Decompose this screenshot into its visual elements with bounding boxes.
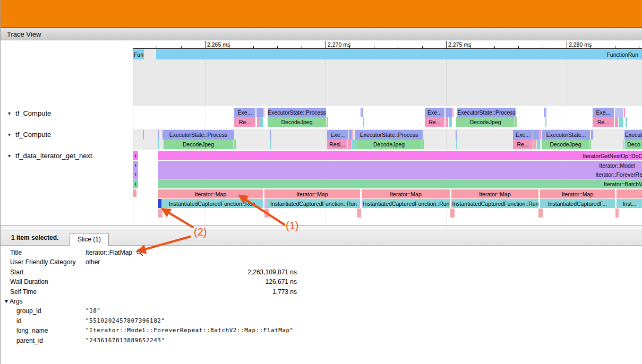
trace-slice[interactable]: Deco <box>625 140 642 149</box>
trace-slice[interactable]: InstantiatedCapturedFunction::Run <box>161 199 263 208</box>
trace-slice[interactable]: Re... <box>593 117 614 127</box>
trace-slice[interactable]: InstantiatedCapturedFunction::Run <box>452 199 538 208</box>
trace-slice[interactable] <box>270 130 271 140</box>
trace-slice[interactable]: DecodeJpeg <box>356 140 422 149</box>
trace-slice[interactable] <box>591 130 593 140</box>
trace-slice[interactable]: I <box>133 161 138 170</box>
trace-slice[interactable] <box>537 140 540 149</box>
trace-slice[interactable]: Iterator::Model <box>158 161 642 170</box>
trace-slice[interactable] <box>158 140 159 149</box>
track-group-header[interactable]: ▾tf_Compute <box>8 129 51 139</box>
collapse-triangle-icon[interactable]: ▾ <box>8 132 11 137</box>
trace-slice[interactable]: Iterator::Map <box>540 189 615 198</box>
trace-slice[interactable]: ExecutorState::Process <box>457 108 516 117</box>
trace-slice[interactable] <box>143 130 144 140</box>
trace-slice[interactable] <box>615 108 623 117</box>
trace-slice[interactable]: Exe... <box>593 108 614 117</box>
trace-slice[interactable]: I <box>133 151 138 160</box>
trace-slice[interactable] <box>257 117 260 127</box>
trace-slice[interactable]: Re... <box>234 117 255 127</box>
trace-slice[interactable] <box>533 140 536 149</box>
trace-slice[interactable] <box>327 117 328 127</box>
trace-slice[interactable] <box>362 108 363 117</box>
trace-slice[interactable] <box>256 108 263 117</box>
trace-slice[interactable] <box>234 140 236 149</box>
trace-slice[interactable] <box>623 140 624 149</box>
tab-slice[interactable]: Slice (1) <box>70 233 109 246</box>
trace-slice[interactable]: Inst... <box>617 199 642 208</box>
trace-slice[interactable] <box>615 209 619 218</box>
trace-slice[interactable] <box>263 108 264 117</box>
trace-slice[interactable] <box>626 117 627 127</box>
trace-slice[interactable]: ExecutorState::Process <box>162 130 234 140</box>
trace-slice[interactable]: ExecutorState... <box>542 130 590 140</box>
trace-slice[interactable] <box>615 117 618 127</box>
trace-slice[interactable] <box>538 209 543 218</box>
trace-slice[interactable]: Iterator::Map <box>158 189 263 198</box>
track-group-header[interactable]: ▾tf_Compute <box>8 108 51 118</box>
magnifier-icon[interactable] <box>136 249 143 256</box>
trace-slice[interactable] <box>422 140 424 149</box>
trace-slice[interactable] <box>270 140 271 149</box>
trace-slice[interactable] <box>348 140 352 149</box>
trace-slice[interactable]: IteratorGetNextOp::DoC <box>158 151 642 160</box>
trace-slice[interactable]: Exe... <box>234 108 255 117</box>
trace-slice[interactable] <box>352 140 356 149</box>
trace-slice[interactable]: Iterator::Map <box>362 189 450 198</box>
trace-slice[interactable] <box>450 209 455 218</box>
trace-slice[interactable]: FunctionRun <box>156 49 642 59</box>
trace-slice[interactable] <box>589 140 591 149</box>
collapse-triangle-icon[interactable]: ▾ <box>8 153 11 159</box>
trace-slice[interactable] <box>260 117 263 127</box>
trace-slice[interactable] <box>446 117 448 127</box>
args-section-header[interactable]: ▼Args <box>1 297 372 306</box>
trace-slice[interactable] <box>452 108 453 117</box>
trace-slice[interactable]: ExecutorState::Process <box>268 108 326 117</box>
trace-slice[interactable]: InstantiatedCapturedFunction::Run <box>267 199 360 208</box>
trace-slice[interactable] <box>361 108 362 117</box>
trace-slice[interactable] <box>357 209 361 218</box>
trace-slice[interactable]: Exe... <box>327 130 348 140</box>
trace-slice[interactable]: Execut <box>624 130 642 140</box>
trace-slice[interactable]: Iterator::ForeverRe <box>158 170 642 179</box>
trace-slice[interactable]: Iterator::Map <box>264 189 360 198</box>
trace-slice[interactable] <box>363 117 364 127</box>
trace-slice[interactable]: DecodeJpeg <box>542 140 589 149</box>
trace-slice[interactable]: Iterator::BatchV <box>158 179 642 188</box>
trace-slice[interactable] <box>545 108 546 117</box>
trace-slice[interactable] <box>619 117 623 127</box>
collapse-triangle-icon[interactable]: ▾ <box>8 110 11 116</box>
trace-slice[interactable] <box>624 108 625 117</box>
trace-slice[interactable]: Resi... <box>327 140 347 149</box>
trace-slice[interactable] <box>456 140 457 149</box>
collapse-triangle-icon[interactable]: ▼ <box>4 297 9 306</box>
trace-slice[interactable]: DecodeJpeg <box>268 117 326 127</box>
track-group-header[interactable]: ▾tf_data_iterator_get_next <box>8 151 92 160</box>
trace-slice[interactable] <box>264 209 269 218</box>
trace-slice[interactable]: Iterator::Map <box>451 189 538 198</box>
trace-slice[interactable]: DecodeJpeg <box>456 117 515 127</box>
trace-slice[interactable] <box>544 108 545 117</box>
trace-slice[interactable]: Exe... <box>513 130 533 140</box>
trace-slice[interactable]: Re... <box>513 140 533 149</box>
trace-slice[interactable]: Exe... <box>425 108 444 117</box>
trace-slice[interactable]: InstantiatedCapturedFunction::Run <box>363 199 450 208</box>
trace-slice[interactable]: I <box>133 179 138 188</box>
trace-slice[interactable]: I <box>133 170 138 179</box>
trace-slice[interactable] <box>533 130 540 140</box>
trace-slice[interactable] <box>446 108 452 117</box>
trace-timeline-region[interactable]: 2,265 ms2,270 ms2,275 ms2,280 ms▾tf_Comp… <box>1 41 642 226</box>
trace-slice[interactable]: InstantiatedCapturedF... <box>540 199 615 208</box>
trace-slice[interactable]: DecodeJpeg <box>164 140 233 149</box>
trace-slice[interactable] <box>133 189 136 197</box>
trace-slice[interactable] <box>158 130 159 140</box>
trace-slice[interactable] <box>545 117 546 127</box>
trace-slice[interactable] <box>158 209 162 218</box>
trace-slice[interactable] <box>515 117 517 127</box>
splitter-handle[interactable] <box>1 226 642 230</box>
trace-slice[interactable] <box>540 130 541 140</box>
trace-slice[interactable] <box>352 130 353 140</box>
trace-slice[interactable] <box>617 189 642 198</box>
trace-slice[interactable]: Re... <box>425 117 444 127</box>
trace-slice[interactable] <box>449 117 452 127</box>
